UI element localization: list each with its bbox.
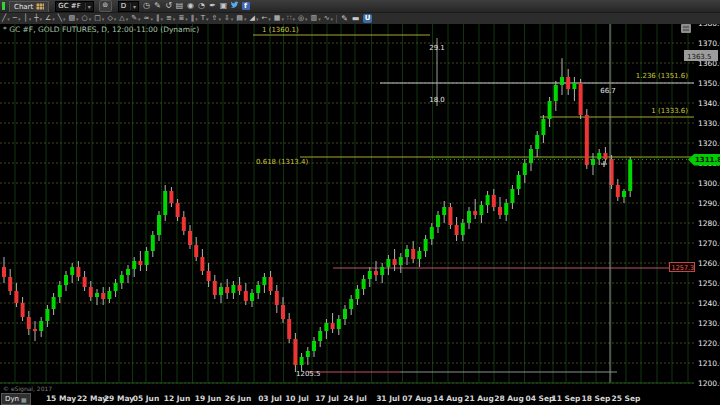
candle	[157, 215, 161, 235]
cross-line-tool[interactable]: ┼▾	[33, 14, 43, 24]
candle	[83, 277, 87, 287]
record-icon[interactable]: ◉	[185, 1, 196, 11]
trendline-tool[interactable]: ╱▾	[1, 14, 11, 24]
svg-text:1205.5: 1205.5	[296, 370, 321, 378]
arrow-down-tool[interactable]: ⇩▾	[223, 14, 234, 24]
triangle-corner-tool[interactable]: ◢▾	[249, 14, 260, 24]
copyright-text: © eSignal, 2017	[3, 385, 52, 392]
main-toolbar: Chart GC #F ▾ ⊚ D ▾ ◷✎↺▤◉◔✒▣f	[0, 0, 720, 12]
wave-tool[interactable]: ≈▾	[143, 14, 154, 24]
time-axis[interactable]: 15 May22 May29 May05 Jun12 Jun19 Jun26 J…	[46, 394, 641, 403]
candle	[393, 259, 397, 265]
dyn-tab[interactable]: Dyn ▦	[1, 393, 31, 405]
svg-text:1 (1333.6): 1 (1333.6)	[651, 107, 688, 115]
rhombus-tool[interactable]: ◇▾	[106, 14, 117, 24]
candle	[349, 299, 353, 309]
svg-text:1210.0: 1210.0	[698, 359, 720, 368]
notes-icon[interactable]: ▤	[174, 1, 185, 11]
fib-retracement-tool[interactable]: ≣▾	[177, 14, 188, 24]
symbol-value: GC #F	[58, 2, 84, 10]
svg-text:11 Sep: 11 Sep	[552, 394, 582, 403]
list-tool[interactable]: ▤▾	[235, 14, 247, 24]
svg-text:12 Jun: 12 Jun	[164, 394, 191, 403]
proportion-tool[interactable]: ∷▾	[286, 14, 296, 24]
levels-tool[interactable]: ≡▾	[165, 14, 176, 24]
svg-text:1340.0: 1340.0	[698, 99, 720, 108]
candle	[324, 323, 328, 331]
ellipse-tool[interactable]: ○▾	[81, 14, 93, 24]
candle	[417, 251, 421, 259]
clock-icon[interactable]: ◷	[141, 1, 152, 11]
vertical-line-tool[interactable]: │▾	[22, 14, 32, 24]
candle	[572, 83, 576, 89]
edit-pencil-icon[interactable]: ✎	[339, 14, 350, 24]
chart-title: * GC #F, GOLD FUTURES, D, 12:00-11:00 (D…	[3, 25, 199, 34]
candle	[138, 261, 142, 265]
twitter-icon[interactable]	[229, 1, 240, 11]
candle	[603, 153, 607, 159]
candle	[579, 83, 583, 115]
shaded-area-tool[interactable]: ▨▾	[67, 14, 79, 24]
candle	[479, 205, 483, 215]
candle	[281, 305, 285, 319]
candle	[225, 287, 229, 293]
svg-text:1311.8: 1311.8	[695, 156, 720, 164]
rectangle-tool[interactable]: □▾	[93, 14, 105, 24]
underline-button[interactable]: U	[363, 14, 372, 23]
candle	[517, 175, 521, 189]
parallel-channel-tool[interactable]: ∥▾	[155, 14, 164, 24]
triangle-tool[interactable]: △▾	[118, 14, 129, 24]
arrow-left-tool[interactable]: ←▾	[260, 14, 271, 24]
svg-text:1240.0: 1240.0	[698, 299, 720, 308]
candle	[386, 259, 390, 267]
pencil-icon[interactable]: ✎	[152, 1, 163, 11]
target-tool[interactable]: ◎▾	[297, 14, 309, 24]
chevron-down-icon: ▾	[130, 3, 136, 10]
svg-text:1330.0: 1330.0	[698, 119, 720, 128]
candle	[566, 77, 570, 89]
candle	[8, 277, 12, 291]
undo-icon[interactable]: ↺	[163, 1, 174, 11]
candle	[231, 285, 235, 293]
alarm-icon[interactable]: ◔	[196, 1, 207, 11]
horizontal-line-tool[interactable]: ─▾	[12, 14, 22, 24]
facebook-icon[interactable]: f	[240, 1, 251, 11]
candle	[300, 357, 304, 365]
text-tool[interactable]: T▾	[200, 14, 210, 24]
candle	[33, 329, 37, 331]
sine-tool[interactable]: ∿▾	[323, 14, 334, 24]
window-icon[interactable]: ▣	[218, 1, 229, 11]
candle	[163, 191, 167, 215]
columns-tool[interactable]: ▥▾	[310, 14, 322, 24]
comment-icon[interactable]: ▬	[350, 14, 361, 24]
candle	[616, 185, 620, 197]
candle	[89, 287, 93, 297]
chart-canvas[interactable]: 1 (1360.1)1.236 (1351.6)1 (1333.6)0.618 …	[0, 0, 720, 405]
interval-combo[interactable]: D ▾	[118, 1, 139, 12]
arrow-up-tool[interactable]: ⇧▾	[211, 14, 222, 24]
candle	[27, 317, 31, 329]
candle	[126, 269, 130, 275]
candle	[343, 309, 347, 319]
candlestick-series	[2, 58, 632, 372]
brush-tool[interactable]: ✎▾	[130, 14, 141, 24]
candle	[486, 195, 490, 205]
grid-tool[interactable]: ▦▾	[273, 14, 285, 24]
candle	[442, 207, 446, 215]
angle-tool[interactable]: ∠▾	[44, 14, 56, 24]
candle	[95, 293, 99, 297]
candle	[70, 267, 74, 275]
candle	[368, 271, 372, 279]
svg-text:1.236 (1351.6): 1.236 (1351.6)	[636, 72, 688, 80]
axis-tool-icon[interactable]	[681, 24, 691, 33]
bars-pattern-tool[interactable]: ‖▾	[190, 14, 199, 24]
candle	[275, 291, 279, 305]
candle	[523, 163, 527, 175]
candle	[262, 277, 266, 285]
chart-tab[interactable]: Chart	[9, 1, 49, 12]
symbol-combo[interactable]: GC #F ▾	[55, 1, 93, 12]
toolbar-separator	[336, 15, 337, 23]
ray-tool[interactable]: ╲▾	[57, 14, 67, 24]
pen-icon[interactable]: ✒	[207, 1, 218, 11]
symbol-settings-button[interactable]: ⊚	[99, 0, 112, 12]
